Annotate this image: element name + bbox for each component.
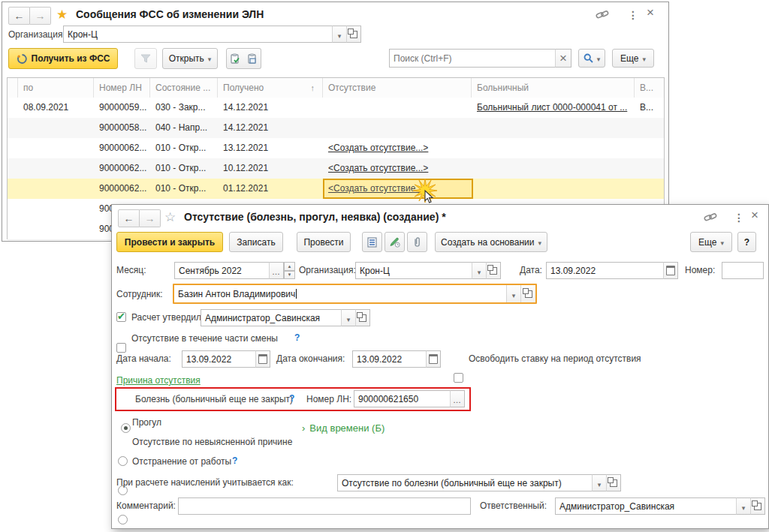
create-absence-link[interactable]: <Создать отсутствие...> [323, 158, 472, 179]
create-based-on-button[interactable]: Создать на основании [435, 232, 547, 252]
org-select[interactable]: Крон-Ц [355, 262, 501, 279]
calendar-icon[interactable] [663, 262, 678, 279]
open-icon[interactable] [346, 26, 361, 43]
org-value[interactable]: Крон-Ц [355, 262, 472, 279]
table-row[interactable]: 90000058... 040 - Напр... 14.12.2021 [8, 118, 664, 139]
reason-illness-radio[interactable] [121, 423, 131, 433]
employee-field-focused[interactable]: Базин Антон Владимирович [173, 284, 537, 304]
help-button[interactable]: ? [737, 232, 756, 252]
month-field[interactable]: Сентябрь 2022 [174, 262, 284, 279]
month-spinner[interactable]: ▲ ▼ [285, 262, 295, 279]
number-field[interactable] [722, 262, 764, 279]
link-icon[interactable] [596, 9, 609, 21]
open-dropdown-button[interactable]: Открыть [162, 48, 218, 69]
attachments-button[interactable] [407, 232, 427, 252]
forward-button[interactable] [30, 7, 51, 25]
ln-number-value[interactable]: 900000621650 [354, 390, 451, 407]
more-actions-button[interactable]: Еще [612, 49, 654, 68]
table-row[interactable]: 08.09.2021 90000059... 030 - Закр... 14.… [8, 98, 664, 119]
part-shift-checkbox[interactable] [116, 343, 126, 353]
chevron-down-icon[interactable] [736, 497, 751, 515]
close-icon[interactable] [647, 6, 654, 19]
start-date-field[interactable]: 13.09.2022 [182, 350, 270, 368]
forward-button[interactable] [140, 209, 161, 227]
more-menu-icon[interactable] [734, 212, 744, 224]
chevron-down-icon[interactable] [592, 474, 607, 491]
post-and-close-button[interactable]: Провести и закрыть [116, 232, 223, 252]
search-input[interactable] [389, 49, 556, 68]
calc-as-select[interactable]: Отсутствие по болезни (больничный еще не… [337, 474, 621, 491]
responsible-value[interactable]: Администратор_Савинская [555, 497, 737, 515]
reason-suspension-radio[interactable] [118, 515, 128, 524]
chevron-down-icon[interactable] [506, 285, 521, 302]
register-records-button[interactable] [362, 232, 382, 252]
reason-truancy-radio[interactable] [118, 456, 128, 466]
chevron-down-icon[interactable] [341, 309, 356, 326]
spin-up-icon[interactable]: ▲ [284, 262, 295, 271]
link-icon[interactable] [704, 212, 717, 224]
favorite-star-icon[interactable] [164, 211, 176, 224]
responsible-select[interactable]: Администратор_Савинская [555, 497, 765, 515]
approved-by-select[interactable]: Администратор_Савинская [201, 309, 370, 326]
calendar-icon[interactable] [255, 350, 270, 368]
chevron-down-icon[interactable] [332, 26, 347, 43]
more-menu-icon[interactable] [628, 9, 638, 21]
calendar-icon[interactable] [426, 350, 441, 368]
employee-value[interactable]: Базин Антон Владимирович [178, 289, 295, 299]
more-actions-button[interactable]: Еще [690, 232, 732, 252]
col-nomer-ln[interactable]: Номер ЛН [94, 78, 150, 98]
col-state[interactable]: Состояние ... [150, 78, 218, 98]
org-select[interactable]: Крон-Ц [63, 26, 361, 43]
sick-leave-link[interactable]: Больничный лист 0000-000041 от ... [472, 98, 635, 118]
choose-icon[interactable] [450, 390, 465, 407]
start-date-value[interactable]: 13.09.2022 [182, 350, 256, 368]
favorite-star-icon[interactable] [56, 8, 68, 21]
write-button[interactable]: Записать [229, 232, 283, 252]
time-kind-link[interactable]: ›Вид времени (Б) [302, 422, 384, 434]
get-from-fss-button[interactable]: Получить из ФСС [8, 48, 118, 69]
post-button[interactable]: Провести [297, 232, 351, 252]
table-row-selected[interactable]: 90000062... 010 - Откр... 01.12.2021 <Со… [8, 179, 664, 200]
spin-down-icon[interactable]: ▼ [284, 271, 295, 280]
col-absence[interactable]: Отсутствие [323, 78, 472, 98]
suspension-help[interactable]: ? [232, 455, 237, 466]
change-history-button[interactable] [384, 232, 405, 252]
create-absence-link[interactable]: <Создать отсутствие...> [323, 138, 472, 158]
date-field[interactable]: 13.09.2022 [546, 262, 678, 279]
search-options-button[interactable] [578, 49, 605, 68]
save-settings-button[interactable] [243, 48, 261, 69]
back-button[interactable] [118, 209, 140, 227]
col-sick-leave[interactable]: Больничный [472, 78, 635, 98]
org-value[interactable]: Крон-Ц [63, 26, 333, 43]
end-date-field[interactable]: 13.09.2022 [352, 350, 441, 368]
approved-checkbox[interactable] [116, 312, 126, 322]
illness-help[interactable]: ? [289, 393, 294, 404]
back-button[interactable] [8, 7, 30, 25]
open-icon[interactable] [606, 474, 621, 491]
chevron-down-icon[interactable] [472, 262, 487, 279]
open-icon[interactable] [486, 262, 501, 279]
calc-as-value[interactable]: Отсутствие по болезни (больничный еще не… [337, 474, 593, 491]
open-icon[interactable] [520, 285, 535, 302]
end-date-value[interactable]: 13.09.2022 [352, 350, 427, 368]
part-shift-help[interactable]: ? [294, 332, 300, 343]
load-settings-button[interactable] [226, 48, 244, 69]
col-received[interactable]: Получено [218, 78, 323, 98]
filter-button[interactable] [134, 48, 157, 69]
month-value[interactable]: Сентябрь 2022 [174, 262, 270, 279]
choose-icon[interactable] [269, 262, 284, 279]
open-icon[interactable] [750, 497, 765, 515]
date-value[interactable]: 13.09.2022 [546, 262, 664, 279]
open-icon[interactable] [355, 309, 370, 326]
table-row[interactable]: 90000062... 010 - Откр... 10.12.2021 <Со… [8, 158, 664, 179]
clear-search-icon[interactable] [555, 49, 571, 68]
col-v[interactable]: В... [635, 78, 664, 98]
create-absence-link-focused[interactable]: <Создать отсутствие...> [323, 179, 473, 199]
comment-field[interactable] [178, 497, 471, 515]
close-icon[interactable] [751, 209, 758, 221]
table-row[interactable]: 90000062... 010 - Откр... 13.12.2021 <Со… [8, 138, 664, 159]
approved-by-value[interactable]: Администратор_Савинская [201, 309, 342, 326]
col-po[interactable]: по [18, 78, 94, 98]
release-rate-checkbox[interactable] [454, 373, 463, 383]
ln-number-field[interactable]: 900000621650 [354, 390, 465, 407]
